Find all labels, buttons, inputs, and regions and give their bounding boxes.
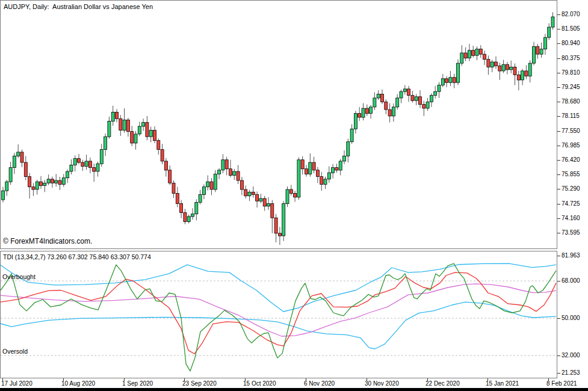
candle <box>225 160 228 169</box>
candle <box>108 122 111 137</box>
date-label: 23 Sep 2020 <box>182 380 217 387</box>
candle <box>248 192 251 196</box>
candle <box>294 193 297 197</box>
date-label: 22 Dec 2020 <box>426 380 460 387</box>
candle <box>55 180 58 183</box>
candle <box>324 179 327 185</box>
candle <box>85 161 88 167</box>
candle <box>381 94 384 102</box>
candle <box>13 156 16 167</box>
candle <box>169 170 172 183</box>
candle <box>385 102 388 109</box>
candle <box>47 179 50 183</box>
candle <box>116 112 119 119</box>
candle <box>498 66 501 71</box>
tdi-canvas[interactable] <box>1 251 557 378</box>
candle <box>521 71 524 80</box>
date-label: 10 Aug 2020 <box>61 380 95 387</box>
candle <box>123 120 126 130</box>
oversold-label: Oversold <box>2 348 28 355</box>
price-tick-label: 78.680 <box>562 98 580 105</box>
candle <box>370 107 373 114</box>
candle <box>93 168 96 171</box>
candle <box>377 94 380 98</box>
candle <box>392 107 395 116</box>
candle <box>36 182 39 189</box>
candle <box>153 131 156 141</box>
candle <box>286 189 289 204</box>
candle <box>138 126 141 134</box>
axis-tick <box>557 281 560 282</box>
candle <box>73 159 76 165</box>
candle <box>62 178 65 185</box>
axis-tick <box>557 102 560 102</box>
price-tick-label: 32.000 <box>562 352 580 359</box>
candle <box>316 170 319 177</box>
candle <box>510 67 513 70</box>
axis-tick <box>557 73 560 73</box>
price-tick-label: 80.375 <box>562 55 580 61</box>
candle <box>400 91 403 98</box>
price-tick-label: 77.550 <box>562 128 580 134</box>
price-tick-label: 68.000 <box>562 277 580 284</box>
candle <box>354 114 357 129</box>
axis-tick <box>557 218 560 219</box>
candle <box>210 182 213 189</box>
candle <box>111 112 114 122</box>
candle <box>24 162 27 177</box>
candle <box>441 79 444 85</box>
candle <box>191 214 194 217</box>
candle <box>17 152 20 156</box>
date-label: 30 Nov 2020 <box>365 380 399 387</box>
candle <box>256 195 259 202</box>
candlestick-canvas[interactable] <box>1 1 557 248</box>
candle <box>214 174 217 189</box>
candle <box>536 46 539 54</box>
candle <box>453 78 456 83</box>
candle <box>301 160 304 169</box>
candle <box>513 67 516 75</box>
date-label: 6 Nov 2020 <box>304 380 335 387</box>
candle <box>271 204 274 218</box>
candle <box>320 177 323 185</box>
candle <box>403 89 406 91</box>
candle <box>267 204 270 206</box>
candle <box>240 180 243 189</box>
candle <box>244 189 247 196</box>
tdi-indicator-panel[interactable]: TDI (13,34,2,7) 73.260 67.302 75.840 63.… <box>0 251 557 378</box>
candle <box>70 165 73 171</box>
candle <box>78 159 81 162</box>
candle <box>28 177 31 187</box>
candle <box>347 142 350 156</box>
date-label: 1 Sep 2020 <box>122 380 153 387</box>
mt4-chart-window: AUDJPY, Daily: Australian Dollar vs Japa… <box>0 0 588 391</box>
candle <box>199 195 202 203</box>
candle <box>131 132 134 143</box>
axis-tick <box>557 87 560 88</box>
price-tick-label: 76.420 <box>562 156 580 163</box>
candle <box>126 120 129 131</box>
indicator-header: TDI (13,34,2,7) 73.260 67.302 75.840 63.… <box>3 253 151 260</box>
axis-tick <box>557 116 560 117</box>
candle <box>373 98 376 107</box>
candle <box>430 96 433 102</box>
time-axis[interactable]: 17 Jul 202010 Aug 20201 Sep 202023 Sep 2… <box>0 378 588 388</box>
price-tick-label: 80.940 <box>562 40 580 46</box>
candle <box>365 108 368 114</box>
axis-tick <box>557 58 560 59</box>
axis-tick <box>557 131 560 132</box>
volatility_band_low-line <box>1 302 556 349</box>
candle <box>142 123 145 126</box>
axis-tick <box>557 160 560 161</box>
candle <box>339 161 342 170</box>
candle <box>491 62 494 67</box>
candle <box>445 79 448 82</box>
candle <box>161 150 164 161</box>
price-tick-label: 74.160 <box>562 215 580 221</box>
candle <box>533 46 536 63</box>
main-chart-panel[interactable]: AUDJPY, Daily: Australian Dollar vs Japa… <box>0 0 557 249</box>
candle <box>358 114 361 117</box>
candle <box>551 17 554 27</box>
candle <box>297 160 300 197</box>
price-axis[interactable]: 82.07081.50580.94080.37579.81079.24578.6… <box>557 0 588 378</box>
